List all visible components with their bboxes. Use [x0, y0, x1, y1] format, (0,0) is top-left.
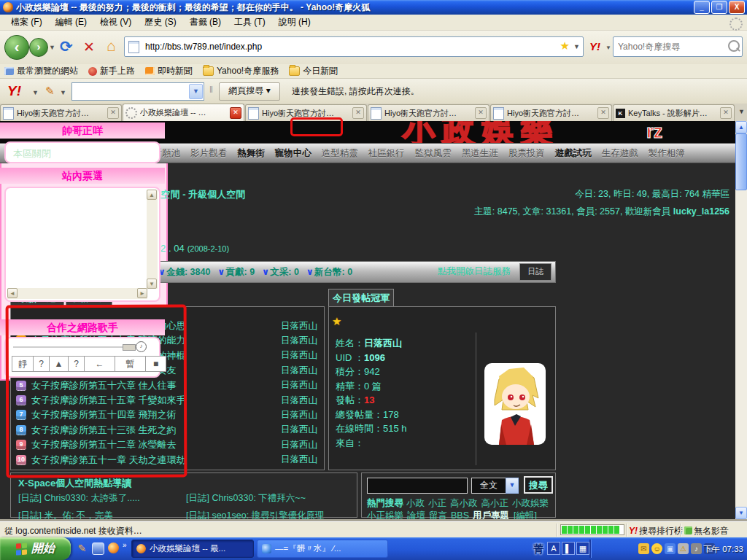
thread-author-link[interactable]: 日落西山 — [281, 379, 317, 392]
menu-item[interactable]: 檢視 (V) — [93, 15, 138, 30]
tab-close-icon[interactable]: ✕ — [720, 107, 732, 119]
site-nav-item[interactable]: 製作相簿 — [649, 147, 685, 160]
search-button[interactable]: 搜尋 — [524, 476, 553, 494]
magnifier-icon[interactable] — [728, 40, 740, 52]
search-scope-select[interactable]: 全文 — [471, 478, 506, 494]
thread-author-link[interactable]: 日落西山 — [281, 439, 317, 451]
hot-search-term[interactable]: 高小政 — [450, 498, 478, 508]
web-search-button[interactable]: 網頁搜尋 ▾ — [219, 82, 280, 101]
ime-keyboard-icon[interactable]: ▦ — [576, 542, 589, 555]
menu-item[interactable]: 書籤 (B) — [183, 15, 228, 30]
pencil-icon[interactable]: ✎ — [45, 85, 55, 98]
url-input[interactable] — [144, 39, 555, 54]
thread-author-link[interactable]: 日落西山 — [281, 335, 317, 347]
page-scroll-up-icon[interactable]: ▲ — [735, 121, 747, 133]
bookmark-item[interactable]: 今日新聞 — [289, 65, 338, 77]
yahoo-logo-dropdown-icon[interactable]: ▼ — [32, 89, 39, 96]
reload-button[interactable]: ⟳ — [60, 38, 73, 55]
page-scroll-thumb[interactable] — [735, 133, 747, 190]
tray-network-icon[interactable]: ▣ — [665, 543, 676, 554]
minimize-button[interactable]: _ — [694, 1, 710, 14]
menu-item[interactable]: 工具 (T) — [228, 15, 272, 30]
bookmark-star-icon[interactable]: ★ — [560, 39, 570, 52]
quicklaunch-pen-icon[interactable]: ✎ — [76, 542, 88, 555]
site-nav-item[interactable]: 社區銀行 — [368, 147, 405, 160]
bookmark-item[interactable]: Yahoo!奇摩服務 — [203, 65, 279, 77]
tab-close-icon[interactable]: ✕ — [597, 107, 609, 119]
hot-search-term-bold[interactable]: 用戶專題 — [473, 510, 509, 519]
tab-list-dropdown-icon[interactable]: ▼ — [738, 108, 745, 115]
site-nav-item[interactable]: 造型精靈 — [322, 147, 358, 160]
hot-search-term[interactable]: 留言 — [429, 510, 447, 519]
browser-tab[interactable]: KKeyTalks - 說影解片…✕ — [613, 104, 735, 121]
poll-vertical-scrollbar[interactable]: ▲ ▼ — [147, 190, 158, 289]
url-bar[interactable]: ★ ▼ — [124, 36, 584, 57]
journal-service-link[interactable]: 點我開啟日誌服務 — [438, 265, 511, 278]
xspace-entry-link[interactable]: [日誌] seo1seo: 搜尋引擎優化原理 — [186, 510, 352, 519]
search-rank-link[interactable]: Y!搜尋排行榜 — [629, 525, 683, 537]
xspace-entry-link[interactable]: [日誌] 米。佑: 不，完美 — [18, 510, 186, 519]
back-button[interactable]: ‹ — [4, 35, 29, 60]
menu-item[interactable]: 編輯 (E) — [49, 15, 93, 30]
select-dropdown-icon[interactable]: ▼ — [506, 478, 519, 494]
close-button[interactable]: X — [729, 1, 745, 14]
quicklaunch-firefox-icon[interactable] — [108, 542, 119, 553]
yahoo-search-combo[interactable]: ▼ — [71, 82, 204, 101]
site-nav-item[interactable]: 生存遊戲 — [602, 147, 638, 160]
poll-horizontal-scrollbar[interactable]: ◄ ► — [7, 288, 147, 299]
tray-messenger-smiley-icon[interactable]: ☺ — [651, 543, 662, 554]
ime-alphanumeric-icon[interactable]: A — [547, 542, 560, 555]
tab-close-icon[interactable]: ✕ — [107, 107, 119, 119]
bookmark-item[interactable]: 最常瀏覽的網站 — [4, 65, 78, 77]
browser-tab[interactable]: 小政娛樂論壇 -- …✕ — [123, 104, 244, 121]
tab-top-poster[interactable]: 今日發帖冠軍 — [328, 289, 394, 306]
toolbar-search-input[interactable] — [616, 39, 726, 54]
site-nav-item[interactable]: 監獄風雲 — [415, 147, 452, 160]
new-member-link[interactable]: lucky_la1256 — [673, 206, 729, 217]
scroll-left-icon[interactable]: ◄ — [7, 288, 18, 298]
xspace-entry-link[interactable]: [日誌] Chris0330: 下禮拜六~~ — [186, 492, 352, 505]
menu-item[interactable]: 說明 (H) — [272, 15, 317, 30]
ime-shape-icon[interactable]: ▌ — [562, 542, 575, 555]
browser-tab[interactable]: Hiyo衝天跑官方討…✕ — [368, 104, 489, 121]
browser-tab[interactable]: Hiyo衝天跑官方討…✕ — [490, 104, 612, 121]
site-nav-item[interactable]: 股票投資 — [508, 147, 545, 160]
site-nav-item[interactable]: 寵物中心 — [275, 147, 311, 160]
hot-search-term[interactable]: 高小正 — [481, 498, 509, 508]
journal-badge[interactable]: 日誌 — [519, 263, 551, 281]
hot-search-term[interactable]: 小正娛樂 — [367, 510, 403, 519]
tray-mail-icon[interactable]: ✉ — [638, 543, 649, 554]
hot-search-edit-link[interactable]: [編輯] — [514, 510, 537, 519]
site-nav-item[interactable]: 熱舞街 — [237, 147, 265, 160]
history-dropdown-icon[interactable]: ▼ — [49, 44, 55, 51]
toolbar-search-box[interactable] — [613, 36, 743, 57]
scroll-right-icon[interactable]: ► — [137, 288, 147, 298]
thread-author-link[interactable]: 日落西山 — [281, 394, 317, 407]
thread-author-link[interactable]: 日落西山 — [281, 320, 317, 332]
hot-search-term[interactable]: BBS — [451, 510, 469, 519]
browser-tab[interactable]: Hiyo衝天跑官方討…✕ — [0, 104, 122, 121]
tab-close-icon[interactable]: ✕ — [230, 107, 241, 119]
bookmark-item[interactable]: 即時新聞 — [145, 65, 193, 77]
tab-close-icon[interactable]: ✕ — [475, 107, 487, 119]
taskbar-task-messenger[interactable]: —=『髒〃水』 ∕... — [257, 540, 388, 558]
site-nav-item[interactable]: 遊戲試玩 — [555, 147, 592, 160]
pencil-dropdown-icon[interactable]: ▼ — [60, 89, 66, 96]
ime-language-icon[interactable]: 菁 — [533, 542, 544, 556]
scroll-up-icon[interactable]: ▲ — [147, 190, 157, 200]
thread-author-link[interactable]: 日落西山 — [281, 424, 317, 436]
scroll-down-icon[interactable]: ▼ — [147, 279, 157, 289]
xspace-entry-link[interactable]: [日誌] Chris0330: 太誇張了..... — [18, 492, 186, 505]
thread-author-link[interactable]: 日落西山 — [281, 365, 317, 377]
url-dropdown-icon[interactable]: ▼ — [573, 43, 580, 50]
site-nav-item[interactable]: 黑道生涯 — [462, 147, 498, 160]
yahoo-toolbar-logo-icon[interactable]: Y! — [7, 83, 21, 99]
restore-button[interactable]: ❐ — [711, 1, 727, 14]
tray-warning-icon[interactable]: ⚠ — [678, 543, 689, 554]
wretch-video-link[interactable]: 無名影音 — [684, 525, 729, 537]
hot-search-term[interactable]: 小政 — [406, 498, 425, 508]
bookmark-item[interactable]: 新手上路 — [88, 65, 135, 77]
hot-search-term[interactable]: 小正 — [428, 498, 446, 508]
menu-item[interactable]: 歷史 (S) — [138, 15, 182, 30]
quicklaunch-overflow-icon[interactable]: » — [123, 541, 127, 549]
